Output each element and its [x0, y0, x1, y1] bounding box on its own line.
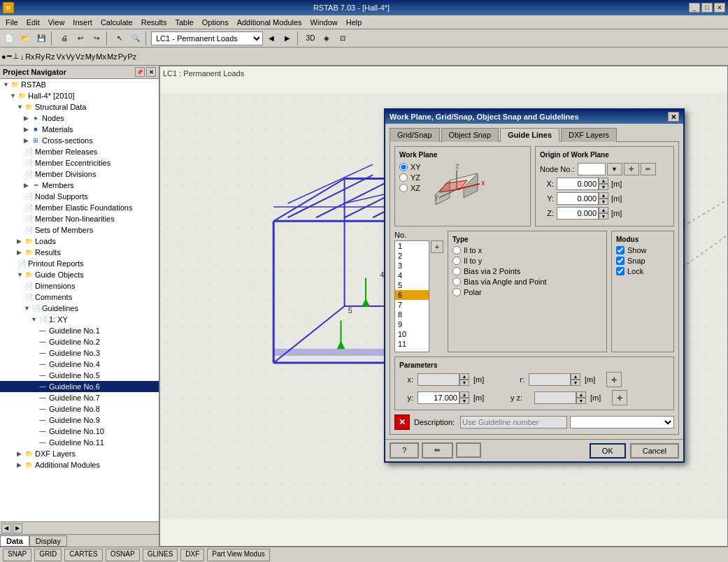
tree-elastic-foundations[interactable]: 📄 Member Elastic Foundations — [0, 202, 159, 213]
z-spin-down[interactable]: ▼ — [599, 213, 608, 219]
osnap-btn[interactable]: OSNAP — [106, 549, 140, 561]
py-input[interactable] — [417, 391, 459, 404]
rotate-z[interactable]: Rz — [45, 52, 55, 61]
node-no-input[interactable] — [578, 163, 606, 175]
view-py[interactable]: Py — [118, 52, 127, 61]
expand-structural[interactable]: ▼ — [17, 103, 24, 110]
render-btn[interactable]: ◈ — [319, 31, 334, 46]
dxf-btn[interactable]: DXF — [180, 549, 204, 561]
tree-nodal-supports[interactable]: 📄 Nodal Supports — [0, 191, 159, 202]
y-spin-down[interactable]: ▼ — [599, 199, 608, 205]
tree-comments[interactable]: 📄 Comments — [0, 291, 159, 303]
tree-structural[interactable]: ▼ 📁 Structural Data — [0, 101, 159, 113]
expand-members[interactable]: ▶ — [24, 182, 31, 189]
node-btn[interactable]: ● — [1, 52, 6, 61]
maximize-btn[interactable]: □ — [701, 3, 713, 13]
pick-coord-btn[interactable]: ✛ — [606, 372, 622, 387]
yz-up[interactable]: ▲ — [576, 391, 586, 398]
list-item-9[interactable]: 9 — [395, 319, 429, 329]
tree-guideline-10[interactable]: —Guideline No.10 — [0, 426, 159, 437]
show-checkbox[interactable] — [616, 246, 624, 254]
menu-options[interactable]: Options — [198, 17, 233, 27]
number-list[interactable]: 1 2 3 4 5 6 7 8 9 10 — [394, 240, 429, 352]
py-up[interactable]: ▲ — [459, 391, 469, 398]
list-item-1[interactable]: 1 — [395, 241, 429, 251]
next-btn[interactable]: ▶ — [280, 31, 295, 46]
tree-guideline-1[interactable]: —Guideline No.1 — [0, 325, 159, 336]
redo-btn[interactable]: ↪ — [89, 31, 104, 46]
view-front[interactable]: Vx — [57, 52, 66, 61]
menu-calculate[interactable]: Calculate — [97, 17, 137, 27]
grid-btn[interactable]: GRID — [34, 549, 62, 561]
px-input[interactable] — [417, 373, 459, 386]
radio-xz[interactable] — [399, 184, 408, 192]
radio-biasangle[interactable] — [452, 278, 461, 286]
glines-btn[interactable]: GLINES — [143, 549, 178, 561]
cancel-button[interactable]: Cancel — [630, 443, 679, 459]
lock-checkbox[interactable] — [616, 267, 624, 275]
dialog-close-btn[interactable]: ✕ — [668, 112, 679, 122]
menu-table[interactable]: Table — [171, 17, 197, 27]
tab-guide-lines[interactable]: Guide Lines — [500, 128, 559, 142]
px-down[interactable]: ▼ — [459, 380, 469, 386]
list-item-7[interactable]: 7 — [395, 300, 429, 310]
delete-btn[interactable]: ✕ — [394, 415, 410, 430]
list-item-2[interactable]: 2 — [395, 251, 429, 261]
support-btn[interactable]: ⊥ — [13, 52, 20, 61]
nav-close-btn[interactable]: ✕ — [146, 67, 156, 77]
wire-btn[interactable]: ⊡ — [335, 31, 350, 46]
expand-nodes[interactable]: ▶ — [24, 115, 31, 122]
tree-guideline-3[interactable]: —Guideline No.3 — [0, 347, 159, 359]
expand-project[interactable]: ▼ — [10, 92, 17, 99]
yz-down[interactable]: ▼ — [576, 398, 586, 404]
px-up[interactable]: ▲ — [459, 373, 469, 380]
list-item-3[interactable]: 3 — [395, 261, 429, 271]
tree-members[interactable]: ▶ ━ Members — [0, 180, 159, 191]
x-spin-up[interactable]: ▲ — [599, 178, 608, 184]
yz-input[interactable] — [534, 391, 576, 404]
tab-data[interactable]: Data — [0, 535, 29, 547]
list-item-10[interactable]: 10 — [395, 329, 429, 339]
select-btn[interactable]: ↖ — [112, 31, 127, 46]
load-btn[interactable]: ↓ — [20, 52, 24, 61]
x-input[interactable] — [557, 178, 599, 190]
tree-guideline-9[interactable]: —Guideline No.9 — [0, 415, 159, 426]
radio-xy[interactable] — [399, 163, 408, 171]
expand-cross[interactable]: ▶ — [24, 137, 31, 144]
edit-btn[interactable]: ✏ — [422, 442, 453, 459]
tree-project[interactable]: ▼ 📁 Hall-4* [2010] — [0, 90, 159, 101]
tree-member-divisions[interactable]: 📄 Member Divisions — [0, 168, 159, 180]
member-btn[interactable]: ━ — [7, 52, 12, 61]
tree-guideline-5[interactable]: —Guideline No.5 — [0, 370, 159, 381]
node-select-btn[interactable]: ▼ — [607, 163, 622, 175]
tree-guideline-2[interactable]: —Guideline No.2 — [0, 336, 159, 347]
py-down[interactable]: ▼ — [459, 398, 469, 404]
new-btn[interactable]: 📄 — [1, 31, 17, 46]
save-btn[interactable]: 💾 — [34, 31, 49, 46]
settings-btn[interactable] — [456, 442, 481, 458]
minimize-btn[interactable]: _ — [689, 3, 700, 13]
zoom-btn[interactable]: 🔍 — [128, 31, 143, 46]
expand-root[interactable]: ▼ — [3, 81, 10, 88]
tree-dimensions[interactable]: 📄 Dimensions — [0, 280, 159, 291]
tree-guideline-7[interactable]: —Guideline No.7 — [0, 392, 159, 403]
load-combo[interactable]: LC1 - Permanent Loads — [151, 31, 263, 45]
prev-btn[interactable]: ◀ — [264, 31, 279, 46]
list-item-4[interactable]: 4 — [395, 271, 429, 280]
view-top[interactable]: Vz — [76, 52, 85, 61]
tree-root[interactable]: ▼ 📁 RSTAB — [0, 79, 159, 90]
print-btn[interactable]: 🖨 — [57, 31, 72, 46]
rotate-x[interactable]: Rx — [25, 52, 34, 61]
tree-additional-modules[interactable]: ▶ 📁 Additional Modules — [0, 459, 159, 470]
view-pz[interactable]: Pz — [128, 52, 137, 61]
pick-coord2-btn[interactable]: ✛ — [612, 390, 627, 405]
expand-guide[interactable]: ▼ — [17, 271, 24, 278]
tree-guideline-11[interactable]: —Guideline No.11 — [0, 437, 159, 448]
r-up[interactable]: ▲ — [571, 373, 580, 380]
desc-select[interactable] — [570, 416, 674, 428]
r-input[interactable] — [529, 373, 571, 386]
menu-view[interactable]: View — [44, 17, 69, 27]
tree-member-releases[interactable]: 📄 Member Releases — [0, 146, 159, 157]
list-item-11[interactable]: 11 — [395, 339, 429, 349]
open-btn[interactable]: 📂 — [17, 31, 33, 46]
